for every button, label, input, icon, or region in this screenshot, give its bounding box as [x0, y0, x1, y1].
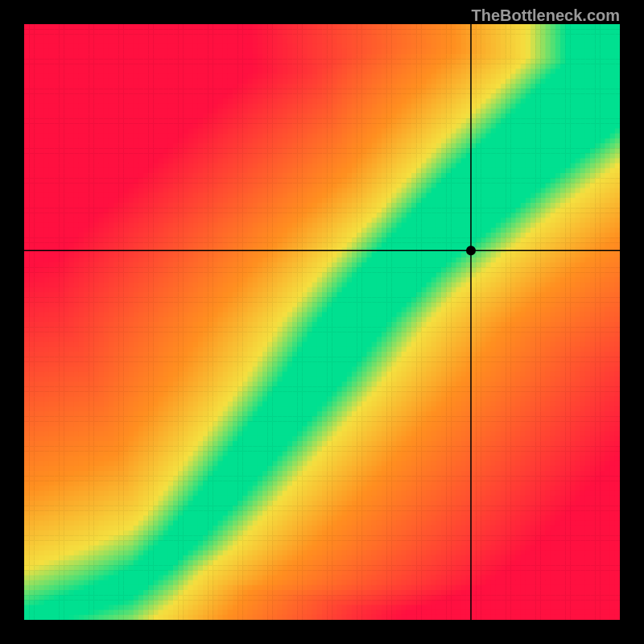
- watermark-text: TheBottleneck.com: [472, 6, 620, 25]
- bottleneck-heatmap: [24, 24, 620, 620]
